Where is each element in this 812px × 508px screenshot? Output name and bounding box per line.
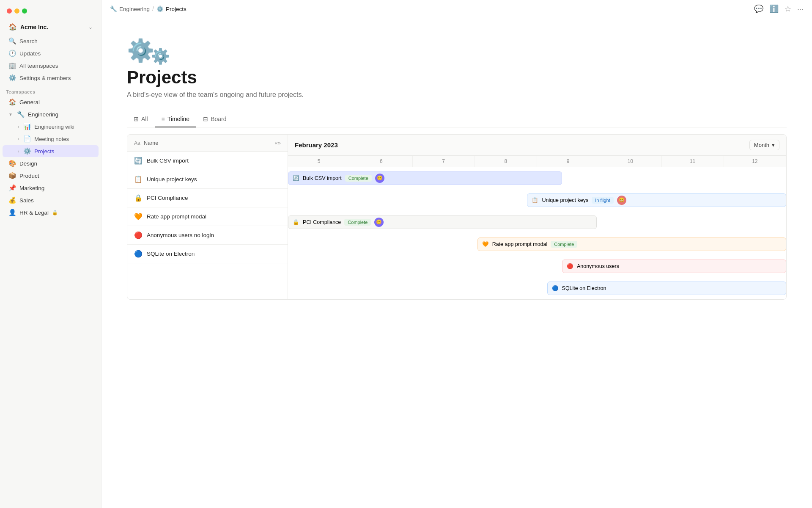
sidebar-item-meeting-notes[interactable]: › 📄 Meeting notes bbox=[3, 133, 99, 145]
star-icon[interactable]: ☆ bbox=[785, 4, 791, 14]
topbar: 🔧 Engineering / ⚙️ Projects 💬 ℹ️ ☆ ··· bbox=[102, 0, 812, 18]
day-col: 10 bbox=[599, 156, 661, 167]
sort-icon: Aa bbox=[134, 140, 140, 146]
chevron-right-icon: ▼ bbox=[8, 112, 13, 117]
row-label: Bulk CSV import bbox=[147, 157, 189, 164]
tab-timeline[interactable]: ≡ Timeline bbox=[155, 112, 197, 127]
table-row[interactable]: 🔴 Anonymous users no login bbox=[127, 226, 288, 245]
sidebar-item-engineering-wiki[interactable]: › 📊 Engineering wiki bbox=[3, 121, 99, 133]
house-icon: 🏠 bbox=[8, 98, 16, 106]
sidebar-item-search[interactable]: 🔍 Search bbox=[3, 35, 99, 47]
heart-icon: 🧡 bbox=[134, 213, 143, 221]
tab-board[interactable]: ⊟ Board bbox=[196, 112, 233, 127]
row-label: Anonymous users no login bbox=[147, 232, 214, 238]
wrench-icon: 🔧 bbox=[17, 110, 25, 118]
sidebar-item-engineering-label: Engineering bbox=[28, 111, 58, 118]
sidebar-item-hr-legal[interactable]: 👤 HR & Legal 🔒 bbox=[3, 207, 99, 218]
sidebar-item-settings[interactable]: ⚙️ Settings & members bbox=[3, 72, 99, 84]
status-badge: Complete bbox=[551, 241, 577, 248]
bar-unique-keys[interactable]: 📋 Unique project keys In flight 😄 bbox=[527, 193, 786, 207]
db-icon: 🔵 bbox=[134, 250, 143, 258]
table-row[interactable]: 🔄 Bulk CSV import bbox=[127, 152, 288, 170]
bar-rate-app[interactable]: 🧡 Rate app prompt modal Complete bbox=[477, 237, 786, 251]
bar-label: Anonymous users bbox=[577, 263, 619, 269]
page-content: ⚙️⚙️ Projects A bird's-eye view of the t… bbox=[102, 18, 812, 508]
chevron-right-icon: › bbox=[18, 124, 19, 129]
sidebar-item-design[interactable]: 🎨 Design bbox=[3, 157, 99, 169]
chevron-right-icon: › bbox=[18, 137, 19, 141]
day-col: 11 bbox=[662, 156, 724, 167]
sidebar-item-all-teamspaces[interactable]: 🏢 All teamspaces bbox=[3, 60, 99, 72]
name-col-label: Name bbox=[144, 140, 159, 146]
fullscreen-button[interactable] bbox=[22, 8, 27, 14]
box-icon: 📦 bbox=[8, 172, 16, 179]
sidebar-item-projects[interactable]: › ⚙️ Projects bbox=[3, 145, 99, 157]
bar-sqlite[interactable]: 🔵 SQLite on Electron bbox=[547, 282, 786, 295]
row-label: Unique project keys bbox=[147, 176, 197, 182]
breadcrumb-projects[interactable]: ⚙️ Projects bbox=[156, 6, 187, 12]
sidebar-item-product[interactable]: 📦 Product bbox=[3, 170, 99, 182]
sidebar-item-sales[interactable]: 💰 Sales bbox=[3, 194, 99, 206]
sidebar-item-all-teamspaces-label: All teamspaces bbox=[19, 63, 58, 69]
tab-bar: ⊞ All ≡ Timeline ⊟ Board bbox=[127, 112, 787, 127]
wrench-icon: 🔧 bbox=[110, 6, 117, 12]
collapse-button[interactable]: «» bbox=[275, 140, 281, 146]
sync-icon: 🔄 bbox=[134, 157, 143, 165]
sidebar-item-settings-label: Settings & members bbox=[19, 75, 71, 81]
status-badge: In flight bbox=[592, 197, 613, 204]
lock-icon: 🔒 bbox=[134, 194, 143, 202]
month-selector[interactable]: Month ▾ bbox=[749, 140, 779, 150]
circle-icon: 🔴 bbox=[134, 231, 143, 239]
breadcrumb: 🔧 Engineering / ⚙️ Projects bbox=[110, 6, 751, 12]
bar-icon: 📋 bbox=[532, 197, 538, 203]
sidebar-item-updates[interactable]: 🕐 Updates bbox=[3, 47, 99, 59]
more-icon[interactable]: ··· bbox=[797, 5, 804, 14]
table-row[interactable]: 🔒 PCI Compliance bbox=[127, 189, 288, 207]
day-col: 7 bbox=[413, 156, 475, 167]
workspace-selector[interactable]: 🏠 Acme Inc. ⌄ bbox=[3, 20, 99, 33]
sidebar-item-general[interactable]: 🏠 General bbox=[3, 96, 99, 108]
page-description: A bird's-eye view of the team's ongoing … bbox=[127, 91, 787, 99]
page-icon: ⚙️⚙️ bbox=[127, 35, 787, 62]
building-icon: 🏢 bbox=[8, 62, 16, 69]
timeline-bar-row: 🔵 SQLite on Electron bbox=[288, 277, 786, 299]
chevron-down-icon: ▾ bbox=[772, 142, 775, 148]
sidebar: 🏠 Acme Inc. ⌄ 🔍 Search 🕐 Updates 🏢 All t… bbox=[0, 0, 102, 508]
info-icon[interactable]: ℹ️ bbox=[769, 4, 779, 14]
tab-timeline-label: Timeline bbox=[167, 116, 189, 122]
sidebar-item-meeting-notes-label: Meeting notes bbox=[34, 136, 69, 142]
bar-icon: 🔄 bbox=[293, 175, 299, 181]
comment-icon[interactable]: 💬 bbox=[754, 4, 763, 14]
tab-all[interactable]: ⊞ All bbox=[127, 112, 155, 127]
sidebar-item-design-label: Design bbox=[19, 160, 37, 167]
topbar-actions: 💬 ℹ️ ☆ ··· bbox=[754, 4, 804, 14]
sidebar-item-engineering[interactable]: ▼ 🔧 Engineering bbox=[3, 108, 99, 120]
sidebar-item-marketing[interactable]: 📌 Marketing bbox=[3, 182, 99, 194]
breadcrumb-projects-label: Projects bbox=[166, 6, 187, 12]
teamspaces-label: Teamspaces bbox=[0, 84, 101, 96]
table-row[interactable]: 🧡 Rate app prompt modal bbox=[127, 207, 288, 226]
status-badge: Complete bbox=[345, 175, 372, 182]
bar-pci[interactable]: 🔒 PCI Compliance Complete 😊 bbox=[288, 215, 597, 229]
bar-anon-users[interactable]: 🔴 Anonymous users bbox=[562, 260, 786, 273]
tab-board-label: Board bbox=[211, 116, 226, 122]
day-col: 5 bbox=[288, 156, 350, 167]
table-row[interactable]: 🔵 SQLite on Electron bbox=[127, 245, 288, 263]
bar-label: Unique project keys bbox=[542, 197, 588, 203]
gear-icon: ⚙️ bbox=[156, 6, 164, 12]
bar-bulk-csv[interactable]: ◀ 🔄 Bulk CSV import Complete 😊 bbox=[288, 171, 562, 185]
minimize-button[interactable] bbox=[14, 8, 19, 14]
status-badge: Complete bbox=[344, 219, 371, 226]
month-selector-label: Month bbox=[754, 142, 769, 148]
table-row[interactable]: 📋 Unique project keys bbox=[127, 170, 288, 189]
clock-icon: 🕐 bbox=[8, 50, 16, 57]
breadcrumb-engineering[interactable]: 🔧 Engineering bbox=[110, 6, 150, 12]
gear-icon: ⚙️ bbox=[8, 74, 16, 82]
timeline-body: ◀ 🔄 Bulk CSV import Complete 😊 bbox=[288, 167, 786, 299]
workspace-name: Acme Inc. bbox=[20, 24, 85, 30]
day-col: 12 bbox=[724, 156, 786, 167]
sidebar-item-marketing-label: Marketing bbox=[19, 185, 44, 191]
breadcrumb-engineering-label: Engineering bbox=[119, 6, 150, 12]
close-button[interactable] bbox=[7, 8, 12, 14]
timeline-bar-row: 🧡 Rate app prompt modal Complete bbox=[288, 233, 786, 255]
